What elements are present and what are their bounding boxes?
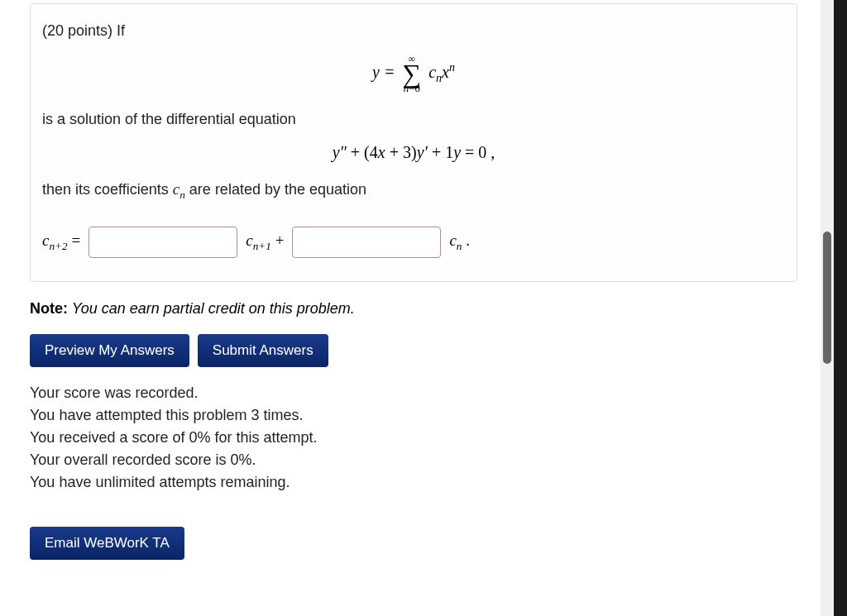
email-button-wrap: Email WeBWorK TA <box>30 527 819 560</box>
y-equals: y = <box>372 63 399 81</box>
then-coefficients-line: then its coefficients cn are related by … <box>42 180 785 202</box>
note-line: Note: You can earn partial credit on thi… <box>30 300 819 318</box>
note-text: You can earn partial credit on this prob… <box>68 300 355 317</box>
y-prime: y′ <box>417 143 428 161</box>
c-n-plus-2: cn+2 = <box>42 232 80 253</box>
scrollbar-thumb[interactable] <box>823 232 831 364</box>
y-double-prime: y″ <box>333 143 347 161</box>
submit-button[interactable]: Submit Answers <box>198 334 328 367</box>
note-label: Note: <box>30 300 68 317</box>
preview-button[interactable]: Preview My Answers <box>30 334 189 367</box>
cn-term: cnxn <box>428 63 455 81</box>
problem-box: (20 points) If y = ∞ ∑ n=0 cnxn is a sol… <box>30 3 797 282</box>
is-solution-line: is a solution of the differential equati… <box>42 111 785 128</box>
right-scroll-area <box>821 0 847 616</box>
page-edge-bar <box>834 0 847 616</box>
problem-intro: (20 points) If <box>42 22 785 40</box>
email-ta-button[interactable]: Email WeBWorK TA <box>30 527 184 560</box>
c-n-plus-1: cn+1 + <box>246 232 284 253</box>
button-row: Preview My Answers Submit Answers <box>30 334 819 367</box>
answer-input-2[interactable] <box>292 227 441 258</box>
status-attempts: You have attempted this problem 3 times. <box>30 404 819 427</box>
answer-row: cn+2 = cn+1 + cn . <box>42 227 785 258</box>
diff-equation: y″ + (4x + 3)y′ + 1y = 0 , <box>42 143 785 162</box>
outer-scrollbar-track[interactable] <box>821 0 834 616</box>
status-block: Your score was recorded. You have attemp… <box>30 382 819 494</box>
status-recorded: Your score was recorded. <box>30 382 819 404</box>
status-score-attempt: You received a score of 0% for this atte… <box>30 427 819 449</box>
summation-symbol: ∞ ∑ n=0 <box>402 55 421 93</box>
content-wrapper: (20 points) If y = ∞ ∑ n=0 cnxn is a sol… <box>0 0 819 616</box>
status-overall: Your overall recorded score is 0%. <box>30 449 819 471</box>
status-remaining: You have unlimited attempts remaining. <box>30 471 819 494</box>
answer-input-1[interactable] <box>89 227 237 258</box>
series-equation: y = ∞ ∑ n=0 cnxn <box>42 55 785 93</box>
c-n-end: cn . <box>449 232 470 253</box>
sum-lower-limit: n=0 <box>402 84 421 93</box>
